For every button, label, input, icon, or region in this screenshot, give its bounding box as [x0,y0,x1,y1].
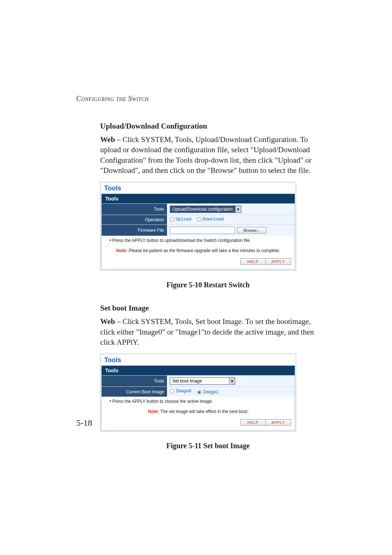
image1-radio-label: Image1 [203,390,219,395]
help-button[interactable]: HELP [240,258,266,265]
tools-select[interactable]: Upload/Download configuration ▼ [170,206,241,213]
download-radio[interactable]: Download [197,217,224,222]
tools2-select-value: Set boot Image [170,378,204,384]
page-number: 5-18 [76,418,92,428]
panel1-note-text: Please be patient as the firmware upgrad… [127,248,280,253]
chevron-down-icon[interactable]: ▼ [229,378,235,384]
figure-5-11-caption: Figure 5-11 Set boot Image [100,442,316,450]
figure-5-10-caption: Figure 5-10 Restart Switch [100,281,316,289]
radio-icon [170,217,174,222]
section1-lead: Web [100,135,115,144]
apply-button[interactable]: APPLY [266,419,291,426]
image0-radio-label: Image0 [176,389,191,394]
section2-body: – Click SYSTEM, Tools, Set boot Image. T… [100,317,314,347]
panel2-note-text: The set image will take effect in the ne… [159,409,248,414]
firmware-file-input[interactable] [170,227,235,234]
browse-button[interactable]: Browse... [237,227,266,234]
tools-panel-1-title: Tools [101,182,296,194]
tools2-row-label: Tools [102,376,167,387]
radio-icon [197,217,201,222]
operation-row-label: Operation [102,215,167,225]
running-head: Configuring the Switch [76,94,316,103]
section1-title: Upload/Download Configuration [100,122,316,131]
panel2-note-label: Note: [148,409,159,414]
tools-select-value: Upload/Download configuration [170,207,235,212]
firmware-row-label: Firmware File [102,225,167,236]
section2-paragraph: Web – Click SYSTEM, Tools, Set boot Imag… [100,316,316,347]
image0-radio[interactable]: Image0 [170,389,191,394]
tools-panel-1-subhead: Tools [102,194,295,203]
boot-row-label: Current Boot Image [102,387,167,397]
tools-panel-2: Tools Tools Tools Set boot Image ▼ [100,354,296,432]
upload-radio-label: Upload [176,217,191,222]
download-radio-label: Download [203,217,224,222]
help-button[interactable]: HELP [240,419,266,426]
radio-icon [170,389,174,393]
panel1-note: Note: Please be patient as the firmware … [102,244,295,255]
section2-lead: Web [100,317,115,326]
section1-body: – Click SYSTEM, Tools, Upload/Download C… [100,135,312,175]
section2-title: Set boot Image [100,304,316,313]
section1-paragraph: Web – Click SYSTEM, Tools, Upload/Downlo… [100,134,316,175]
image1-radio[interactable]: Image1 [197,390,219,395]
upload-radio[interactable]: Upload [170,217,191,222]
tools-panel-1: Tools Tools Tools Upload/Download config… [100,182,296,271]
apply-button[interactable]: APPLY [266,258,291,265]
panel1-note-label: Note: [116,248,127,253]
tools2-select[interactable]: Set boot Image ▼ [170,377,235,385]
radio-selected-icon [197,390,201,394]
panel1-bullet: Press the APPLY button to upload/dowload… [102,236,295,244]
tools-panel-2-title: Tools [101,354,296,365]
panel2-note: Note: The set image will take effect in … [102,405,295,416]
tools-row-label: Tools [102,204,167,215]
panel2-bullet: Press the APPLY button to choose the act… [102,397,295,405]
chevron-down-icon[interactable]: ▼ [235,206,241,212]
tools-panel-2-subhead: Tools [102,366,295,375]
